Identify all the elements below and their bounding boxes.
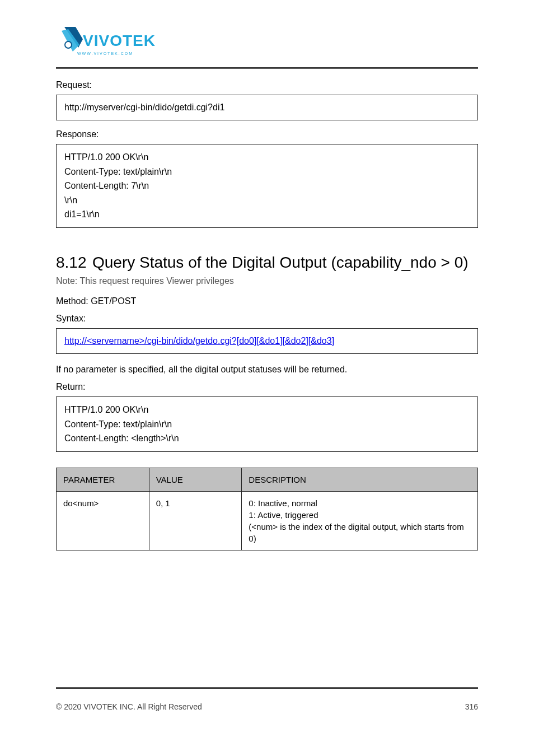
syntax-label-2: Syntax: (56, 314, 478, 324)
header-parameter: PARAMETER (57, 468, 149, 491)
header-divider (56, 67, 478, 69)
logo-svg: VIVOTEK WWW.VIVOTEK.COM (56, 22, 162, 62)
header-value: VALUE (149, 468, 242, 491)
syntax2-desc: If no parameter is specified, all the di… (56, 363, 478, 376)
svg-point-0 (65, 41, 72, 48)
svg-text:WWW.VIVOTEK.COM: WWW.VIVOTEK.COM (77, 52, 133, 55)
section2-title: Query Status of the Digital Output (capa… (92, 254, 469, 271)
vivotek-logo: VIVOTEK WWW.VIVOTEK.COM (56, 22, 162, 62)
table-row: do<num> 0, 1 0: Inactive, normal 1: Acti… (57, 491, 478, 550)
cell-value: 0, 1 (149, 491, 242, 550)
syntax-box-2: http://<servername>/cgi-bin/dido/getdo.c… (56, 328, 478, 354)
request-box: http://myserver/cgi-bin/dido/getdi.cgi?d… (56, 95, 478, 120)
response-label: Response: (56, 129, 478, 139)
syntax2-url: http://<servername>/cgi-bin/dido/getdo.c… (64, 336, 334, 346)
header-description: DESCRIPTION (242, 468, 478, 491)
cell-param: do<num> (57, 491, 149, 550)
privilege-note-2: Note: This request requires Viewer privi… (56, 276, 478, 286)
return-box-2: HTTP/1.0 200 OK\r\n Content-Type: text/p… (56, 396, 478, 452)
table-header-row: PARAMETER VALUE DESCRIPTION (57, 468, 478, 491)
return-label-2: Return: (56, 382, 478, 392)
cell-desc: 0: Inactive, normal 1: Active, triggered… (242, 491, 478, 550)
parameter-table: PARAMETER VALUE DESCRIPTION do<num> 0, 1… (56, 468, 478, 550)
method-label-2: Method: GET/POST (56, 295, 478, 308)
page-footer: © 2020 VIVOTEK INC. All Right Reserved 3… (56, 702, 478, 711)
footer-divider (56, 687, 478, 689)
request-url: http://myserver/cgi-bin/dido/getdi.cgi?d… (64, 102, 224, 112)
svg-text:VIVOTEK: VIVOTEK (83, 32, 156, 49)
copyright: © 2020 VIVOTEK INC. All Right Reserved (56, 702, 202, 711)
section2-number: 8.12 (56, 254, 87, 271)
request-label: Request: (56, 80, 478, 90)
response-box: HTTP/1.0 200 OK\r\n Content-Type: text/p… (56, 144, 478, 228)
page-number: 316 (465, 702, 478, 711)
